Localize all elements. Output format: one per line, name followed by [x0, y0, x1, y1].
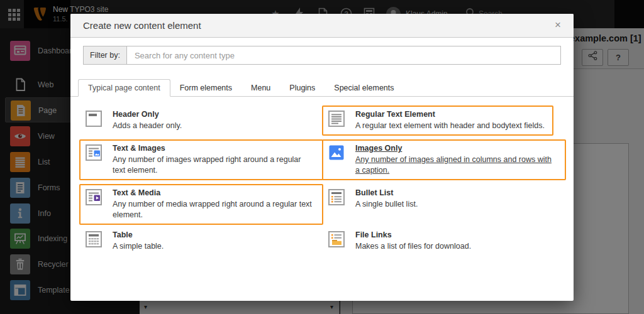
modal-title: Create new content element — [83, 20, 201, 31]
content-element-grid: Header Only Adds a header only. Regular … — [70, 96, 574, 301]
new-content-element-modal: Create new content element × Filter by: … — [70, 14, 574, 301]
content-type-search-input[interactable] — [126, 46, 561, 65]
content-type-text-media[interactable]: Text & Media Any number of media wrapped… — [79, 184, 323, 225]
content-type-text-images[interactable]: Text & Images Any number of images wrapp… — [79, 139, 323, 180]
content-type-file-links[interactable]: File Links Makes a list of files for dow… — [322, 226, 480, 256]
content-type-images-only[interactable]: Images Only Any number of images aligned… — [322, 139, 566, 180]
images-only-icon — [326, 143, 347, 163]
tab-form-elements[interactable]: Form elements — [170, 80, 242, 96]
tab-typical-page-content[interactable]: Typical page content — [78, 79, 170, 97]
tab-special-elements[interactable]: Special elements — [325, 80, 403, 96]
bullet-list-icon — [326, 187, 347, 207]
content-type-table[interactable]: Table A simple table. — [79, 226, 172, 256]
tab-plugins[interactable]: Plugins — [280, 80, 325, 96]
file-links-icon — [326, 229, 347, 249]
header-only-icon — [84, 109, 104, 129]
content-type-regular-text[interactable]: Regular Text Element A regular text elem… — [322, 106, 553, 136]
table-icon — [84, 229, 104, 249]
content-type-header-only[interactable]: Header Only Adds a header only. — [79, 106, 191, 136]
text-media-icon — [84, 187, 104, 207]
content-type-bullet-list[interactable]: Bullet List A single bullet list. — [322, 184, 426, 214]
regular-text-icon — [326, 109, 347, 129]
filter-row: Filter by: — [83, 46, 561, 65]
close-icon[interactable]: × — [552, 19, 564, 31]
modal-header: Create new content element × — [70, 14, 574, 38]
tab-menu[interactable]: Menu — [242, 80, 280, 96]
modal-tabs: Typical page content Form elements Menu … — [70, 79, 574, 97]
text-images-icon — [84, 143, 104, 163]
filter-label: Filter by: — [83, 46, 126, 65]
typo3-backend: New TYPO3 site 11.5. ★ ? Klaus Admin Sea… — [0, 0, 644, 314]
